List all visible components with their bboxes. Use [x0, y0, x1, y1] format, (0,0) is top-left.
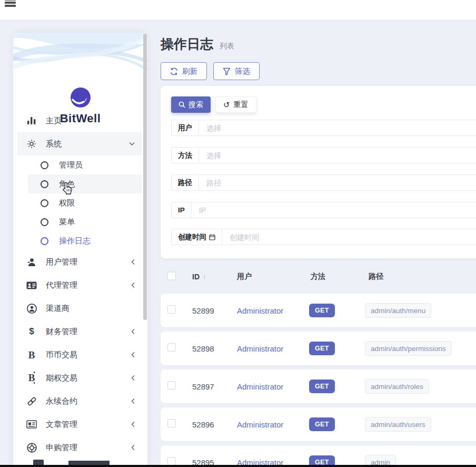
- refresh-button[interactable]: 刷新: [161, 62, 207, 80]
- sidebar-item-label: 主页: [46, 116, 62, 126]
- user-link[interactable]: Administrator: [237, 420, 283, 429]
- sidebar-item-article-management[interactable]: 文章管理: [17, 413, 142, 436]
- table-row: 52897 Administrator GET admin/auth/roles: [161, 369, 476, 403]
- chevron-left-icon: [131, 352, 135, 358]
- sidebar-item-options-trading[interactable]: B 期权交易: [17, 366, 142, 390]
- row-checkbox[interactable]: [167, 457, 176, 465]
- sidebar-scrollbar[interactable]: [143, 34, 147, 320]
- id-card-icon: [25, 281, 38, 289]
- method-select[interactable]: [199, 148, 476, 163]
- user-circle-icon: [25, 304, 38, 314]
- ip-input[interactable]: [192, 202, 476, 218]
- table-row: 52895 Administrator GET admin: [161, 445, 476, 467]
- chevron-left-icon: [131, 422, 135, 427]
- sidebar-subitem-permissions[interactable]: 权限: [28, 193, 142, 212]
- filter-field-user: 用户: [171, 120, 476, 136]
- bitcoin-icon: B: [25, 373, 38, 383]
- search-button[interactable]: 搜索: [171, 96, 211, 113]
- reset-button[interactable]: ↺ 重置: [215, 96, 256, 113]
- topbar: [0, 0, 476, 20]
- circle-icon: [41, 199, 48, 207]
- select-all-checkbox[interactable]: [167, 271, 176, 280]
- page-title: 操作日志 列表: [161, 35, 234, 53]
- reset-icon: ↺: [223, 101, 230, 109]
- method-badge: GET: [309, 304, 335, 317]
- filter-button[interactable]: 筛选: [213, 62, 260, 80]
- page-title-text: 操作日志: [161, 35, 213, 53]
- search-icon: [178, 101, 185, 108]
- calendar-icon: [209, 234, 215, 240]
- user-link[interactable]: Administrator: [237, 306, 283, 315]
- sort-asc-icon: ↑: [203, 273, 206, 281]
- filter-field-created-at: 创建时间: [171, 229, 476, 245]
- created-at-input[interactable]: [222, 229, 476, 245]
- table-row: 52899 Administrator GET admin/auth/menu: [161, 294, 476, 327]
- chevron-left-icon: [131, 375, 135, 381]
- table-row: 52898 Administrator GET admin/auth/permi…: [161, 332, 476, 365]
- letter-b-icon: B: [25, 350, 38, 360]
- life-ring-icon: [25, 443, 38, 453]
- sidebar-nav: 主页 系统 管理员 角色 权限: [13, 109, 147, 459]
- sidebar-subitem-admins[interactable]: 管理员: [28, 155, 142, 174]
- column-header-method: 方法: [311, 272, 325, 281]
- sidebar-item-home[interactable]: 主页: [17, 109, 142, 132]
- sidebar-item-channel-merchant[interactable]: 渠道商: [17, 297, 142, 320]
- user-link[interactable]: Administrator: [237, 382, 283, 391]
- chevron-left-icon: [131, 398, 135, 404]
- dollar-icon: $: [25, 326, 38, 337]
- table-header: ID↑ 用户 方法 路径: [161, 262, 476, 291]
- path-input[interactable]: [199, 175, 476, 190]
- column-header-id[interactable]: ID↑: [192, 273, 206, 281]
- gear-icon: [25, 139, 38, 149]
- chevron-down-icon: [129, 142, 135, 146]
- sidebar-item-finance-management[interactable]: $ 财务管理: [17, 320, 142, 343]
- column-header-user: 用户: [237, 272, 252, 281]
- refresh-icon: [170, 67, 178, 75]
- chevron-left-icon: [131, 445, 135, 451]
- user-link[interactable]: Administrator: [237, 344, 283, 353]
- circle-icon: [41, 161, 48, 169]
- table-row: 52896 Administrator GET admin/auth/users: [161, 407, 476, 441]
- newspaper-icon: [25, 420, 38, 429]
- sidebar-item-perpetual-contract[interactable]: 永续合约: [17, 390, 142, 413]
- row-checkbox[interactable]: [167, 381, 176, 390]
- filter-field-ip: IP: [171, 202, 476, 218]
- sidebar-item-spot-trading[interactable]: B 币币交易: [17, 343, 142, 366]
- method-badge: GET: [309, 417, 335, 431]
- user-icon: [25, 258, 38, 267]
- circle-icon: [41, 218, 48, 226]
- sidebar-item-user-management[interactable]: 用户管理: [17, 250, 142, 274]
- sidebar-item-system[interactable]: 系统: [17, 132, 142, 155]
- row-checkbox[interactable]: [167, 305, 176, 314]
- filter-field-path: 路径: [171, 174, 476, 191]
- chevron-left-icon: [131, 259, 135, 265]
- column-header-path: 路径: [369, 272, 383, 281]
- search-panel: 搜索 ↺ 重置 用户 方法 路径 IP 创建时间: [161, 86, 476, 258]
- sidebar-item-agent-management[interactable]: 代理管理: [17, 274, 142, 297]
- row-checkbox[interactable]: [167, 419, 176, 427]
- funnel-icon: [223, 67, 231, 75]
- bitwell-logo: [71, 87, 91, 108]
- method-badge: GET: [309, 342, 335, 355]
- page-subtitle: 列表: [220, 42, 234, 51]
- bottom-edge-bar: [0, 465, 476, 467]
- sidebar-subitem-operation-log[interactable]: 操作日志: [28, 231, 142, 250]
- wave-decoration-graphic: [13, 33, 147, 85]
- method-badge: GET: [309, 380, 335, 393]
- sidebar-item-subscription-management[interactable]: 申购管理: [17, 436, 142, 459]
- sidebar-subitem-roles[interactable]: 角色: [28, 174, 142, 193]
- filter-field-method: 方法: [171, 147, 476, 163]
- user-select[interactable]: [199, 120, 476, 135]
- path-chip: admin/auth/permissions: [365, 341, 452, 356]
- chevron-left-icon: [131, 283, 135, 288]
- sidebar-subitem-menu[interactable]: 菜单: [28, 212, 142, 231]
- circle-icon: [41, 180, 48, 188]
- chevron-left-icon: [131, 329, 135, 335]
- main-content: 操作日志 列表 刷新 筛选 搜索 ↺: [161, 20, 476, 467]
- row-checkbox[interactable]: [167, 343, 176, 352]
- chain-link-icon: [25, 396, 38, 406]
- circle-icon: [41, 237, 48, 245]
- path-chip: admin/auth/menu: [365, 303, 431, 318]
- hamburger-menu-icon[interactable]: [5, 0, 16, 8]
- path-chip: admin/auth/users: [365, 417, 431, 432]
